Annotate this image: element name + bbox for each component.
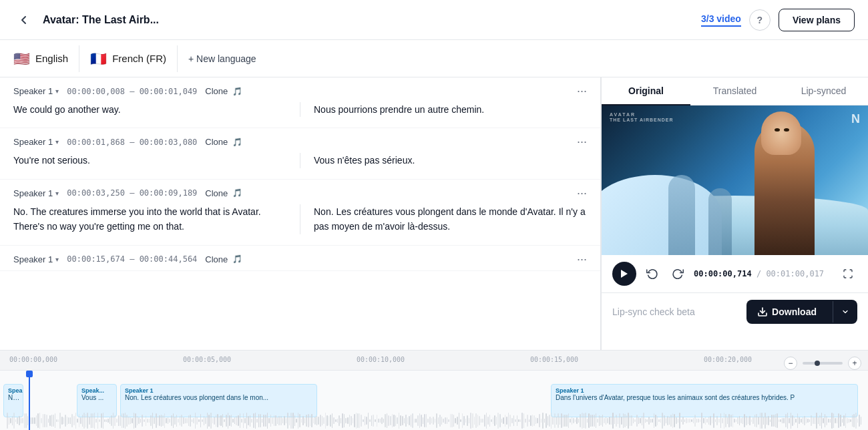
wave-bar <box>107 419 109 423</box>
wave-bar <box>775 414 777 427</box>
segment-2-translated[interactable]: Vous n'êtes pas sérieux. <box>300 153 587 168</box>
wave-bar <box>599 415 600 426</box>
speaker-4-select[interactable]: Speaker 1 ▾ <box>13 254 59 264</box>
wave-bar <box>356 413 357 429</box>
wave-bar <box>58 419 59 422</box>
wave-bar <box>744 414 745 427</box>
wave-bar <box>532 415 533 427</box>
right-panel: Original Translated Lip-synced AVATAR <box>601 77 868 350</box>
wave-bar <box>667 416 668 426</box>
wave-bar <box>323 417 324 423</box>
wave-bar <box>369 419 371 422</box>
wave-bar <box>310 415 311 426</box>
wave-bar <box>609 417 610 425</box>
wave-bar <box>258 414 260 428</box>
clone-3-button[interactable]: Clone 🎵 <box>205 188 242 198</box>
play-button[interactable] <box>612 262 636 286</box>
fullscreen-button[interactable] <box>839 264 857 283</box>
wave-bar <box>10 418 11 423</box>
speaker-2-select[interactable]: Speaker 1 ▾ <box>13 137 59 147</box>
segment-3-original[interactable]: No. The creatures immerse you into the w… <box>13 204 300 234</box>
more-options-4-button[interactable]: ··· <box>577 252 587 266</box>
more-options-1-button[interactable]: ··· <box>577 84 587 98</box>
timeline: − + 00:00:00,000 00:00:05,000 00:00:10,0… <box>0 350 868 430</box>
wave-bar <box>804 416 805 426</box>
wave-bar <box>7 413 8 429</box>
wave-bar <box>339 415 340 426</box>
language-french[interactable]: 🇫🇷 French (FR) <box>79 45 178 72</box>
more-options-2-button[interactable]: ··· <box>577 135 587 149</box>
wave-bar <box>481 419 482 423</box>
segment-1: Speaker 1 ▾ 00:00:00,008 — 00:00:01,049 … <box>0 77 600 128</box>
wave-bar <box>484 415 485 426</box>
download-chevron-button[interactable] <box>833 301 857 322</box>
wave-bar <box>813 417 814 424</box>
language-english[interactable]: 🇺🇸 English <box>13 45 79 72</box>
wave-bar <box>267 413 268 428</box>
wave-bar <box>134 413 135 428</box>
segment-2-content: You're not serious. Vous n'êtes pas séri… <box>0 153 600 178</box>
zoom-out-button[interactable]: − <box>784 357 797 370</box>
clone-4-button[interactable]: Clone 🎵 <box>205 254 242 264</box>
zoom-in-button[interactable]: + <box>848 357 861 370</box>
wave-bar <box>859 415 860 427</box>
wave-bar <box>404 418 405 423</box>
wave-bar <box>68 417 69 425</box>
wave-bar <box>748 417 749 424</box>
wave-bar <box>173 413 174 428</box>
clone-1-button[interactable]: Clone 🎵 <box>205 86 242 96</box>
forward-button[interactable] <box>668 264 687 283</box>
wave-bar <box>634 419 636 422</box>
wave-bar <box>296 419 297 423</box>
wave-bar <box>792 415 793 425</box>
segment-2-original[interactable]: You're not serious. <box>13 153 300 168</box>
segment-3-translated[interactable]: Non. Les créatures vous plongent dans le… <box>300 204 587 234</box>
wave-bar <box>708 417 710 425</box>
wave-bar <box>113 413 114 429</box>
segment-1-original[interactable]: We could go another way. <box>13 102 300 117</box>
wave-bar <box>686 418 687 423</box>
wave-bar <box>573 418 574 423</box>
view-plans-button[interactable]: View plans <box>779 9 855 31</box>
download-main-area[interactable]: Download <box>746 300 827 324</box>
wave-bar <box>794 417 795 424</box>
wave-bar <box>541 419 542 423</box>
wave-bar <box>698 419 699 422</box>
wave-bar <box>282 418 284 423</box>
speaker-3-label: Speaker 1 <box>13 188 53 198</box>
segment-1-time: 00:00:00,008 — 00:00:01,049 <box>67 87 197 96</box>
wave-bar <box>59 413 61 429</box>
wave-bar <box>125 413 126 429</box>
wave-bar <box>330 415 331 427</box>
wave-bar <box>736 419 737 422</box>
wave-bar <box>636 415 638 427</box>
wave-bar <box>147 419 148 423</box>
tab-lip-synced[interactable]: Lip-synced <box>779 77 868 105</box>
wave-bar <box>472 413 473 428</box>
clone-1-label: Clone <box>205 86 228 96</box>
video-tabs: Original Translated Lip-synced <box>602 77 868 105</box>
clone-2-button[interactable]: Clone 🎵 <box>205 137 242 147</box>
download-button[interactable]: Download <box>746 300 857 324</box>
back-button[interactable] <box>13 9 35 31</box>
wave-bar <box>130 417 132 423</box>
wave-bar <box>333 417 335 424</box>
wave-bar <box>366 417 367 425</box>
tab-original[interactable]: Original <box>602 77 690 105</box>
wave-bar <box>299 414 300 427</box>
speaker-3-select[interactable]: Speaker 1 ▾ <box>13 188 59 198</box>
add-language-button[interactable]: + New language <box>178 48 267 69</box>
wave-bar <box>320 415 321 427</box>
wave-bar <box>462 413 463 428</box>
more-options-3-button[interactable]: ··· <box>577 186 587 200</box>
segment-1-translated[interactable]: Nous pourrions prendre un autre chemin. <box>300 102 587 117</box>
rewind-button[interactable] <box>643 264 662 283</box>
zoom-slider[interactable] <box>803 362 843 365</box>
wave-bar <box>761 413 763 429</box>
tab-translated[interactable]: Translated <box>690 77 779 105</box>
wave-bar <box>491 419 492 423</box>
help-button[interactable]: ? <box>749 9 771 31</box>
wave-bar <box>304 418 306 423</box>
playhead[interactable] <box>29 371 30 430</box>
speaker-1-select[interactable]: Speaker 1 ▾ <box>13 86 59 96</box>
